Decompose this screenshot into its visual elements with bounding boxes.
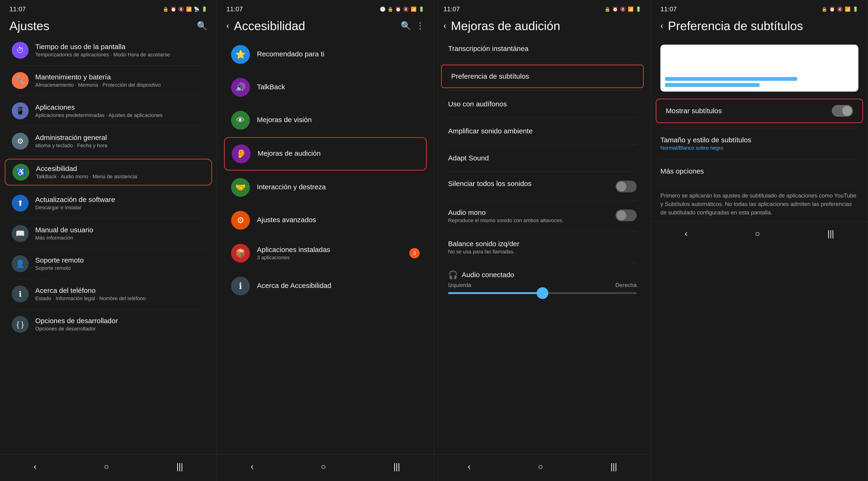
acerca-text: Acerca del teléfono Estado · Información… — [35, 287, 205, 302]
panel-accesibilidad: 11:07 🕐 🔒 ⏰ 🔇 📶 🔋 ‹ Accesibilidad 🔍 ⋮ ⭐ … — [217, 0, 434, 481]
accesibilidad-text: Accesibilidad TalkBack · Audio mono · Me… — [36, 164, 204, 180]
top-bar-1: Ajustes 🔍 — [0, 17, 217, 37]
home-button-1[interactable]: ○ — [97, 459, 116, 474]
audio-mono-toggle[interactable] — [616, 210, 637, 221]
acc-item-recomendado[interactable]: ⭐ Recomendado para ti — [224, 38, 427, 70]
acc-item-acerca-acc[interactable]: ℹ Acerca de Accesibilidad — [224, 270, 427, 302]
actualizacion-text: Actualización de software Descargar e in… — [35, 196, 205, 211]
mas-opciones-option[interactable]: Más opciones — [651, 161, 868, 182]
slider-track[interactable] — [448, 292, 637, 294]
aplicaciones-subtitle: Aplicaciones predeterminadas · Ajustes d… — [35, 112, 205, 118]
acerca-subtitle: Estado · Información legal · Nombre del … — [35, 296, 205, 302]
battery-icon-3: 🔋 — [636, 6, 641, 12]
soporte-title: Soporte remoto — [35, 256, 205, 264]
admin-text: Administración general Idioma y teclado … — [35, 133, 205, 149]
recomendado-text: Recomendado para ti — [257, 50, 324, 59]
tamano-estilo-value: Normal/Blanco sobre negro — [660, 145, 858, 151]
list-item-developer[interactable]: { } Opciones de desarrollador Opciones d… — [5, 312, 212, 337]
item-audio-mono[interactable]: Audio mono Reproduce el mismo sonido con… — [439, 203, 646, 229]
slider-right-label: Derecha — [615, 282, 637, 289]
settings-list-1: ⏱ Tiempo de uso de la pantalla Temporiza… — [0, 37, 217, 454]
talkback-text: TalkBack — [257, 83, 285, 92]
divider-4 — [14, 156, 203, 156]
amplificar-title: Amplificar sonido ambiente — [448, 127, 637, 135]
lock-icon-3: 🔒 — [604, 6, 610, 12]
vision-icon: 👁 — [231, 111, 250, 130]
interaccion-icon: 🤝 — [231, 178, 250, 197]
panel-ajustes: 11:07 🔒 ⏰ 🔇 📶 📡 🔋 Ajustes 🔍 ⏱ Tiempo de … — [0, 0, 217, 481]
divider-p4-3 — [660, 184, 858, 184]
home-button-2[interactable]: ○ — [314, 459, 333, 474]
back-button-4[interactable]: ‹ — [678, 227, 695, 241]
item-transcripcion[interactable]: Transcripción instantánea — [439, 37, 646, 60]
silenciar-toggle[interactable] — [616, 181, 637, 192]
recents-button-3[interactable]: ||| — [603, 459, 624, 474]
mantenimiento-icon: 🔧 — [12, 72, 29, 89]
balance-text: Balance sonido izq/der No se usa para la… — [448, 240, 632, 255]
recents-button-1[interactable]: ||| — [169, 459, 190, 474]
list-item-mantenimiento[interactable]: 🔧 Mantenimiento y batería Almacenamiento… — [5, 68, 212, 93]
recents-button-2[interactable]: ||| — [386, 459, 407, 474]
back-icon-3[interactable]: ‹ — [443, 21, 446, 31]
manual-subtitle: Más información — [35, 235, 205, 241]
aplicaciones-icon: 📱 — [12, 102, 29, 119]
back-button-3[interactable]: ‹ — [461, 459, 478, 474]
wifi-icon-3: 📶 — [628, 6, 633, 12]
list-item-manual[interactable]: 📖 Manual de usuario Más información — [5, 221, 212, 246]
talkback-icon: 🔊 — [231, 78, 250, 97]
list-item-acerca[interactable]: ℹ Acerca del teléfono Estado · Informaci… — [5, 281, 212, 307]
preferencia-subtitulos-title: Preferencia de subtítulos — [451, 72, 633, 80]
acc-item-ajustes-avanzados[interactable]: ⚙ Ajustes avanzados — [224, 204, 427, 236]
talkback-title: TalkBack — [257, 83, 285, 91]
mostrar-subtitulos-row[interactable]: Mostrar subtítulos — [656, 99, 863, 123]
mostrar-subtitulos-toggle[interactable] — [832, 105, 853, 117]
volume-icon-2: 🔇 — [403, 6, 409, 12]
item-uso-audifonos[interactable]: Uso con audífonos — [439, 93, 646, 115]
mas-opciones-title: Más opciones — [660, 167, 858, 175]
soporte-subtitle: Soporte remoto — [35, 265, 205, 271]
vision-text: Mejoras de visión — [257, 116, 312, 125]
wifi-icon: 📶 — [186, 6, 192, 12]
subtitle-line-2 — [665, 83, 760, 87]
silenciar-text: Silenciar todos los sonidos — [448, 180, 611, 189]
clock-icon-2: 🕐 — [380, 6, 385, 12]
tiempo-text: Tiempo de uso de la pantalla Temporizado… — [35, 43, 205, 58]
list-item-actualizacion[interactable]: ⬆ Actualización de software Descargar e … — [5, 190, 212, 216]
time-2: 11:07 — [226, 5, 243, 13]
recents-button-4[interactable]: ||| — [820, 227, 841, 241]
page-title-4: Preferencia de subtítulos — [668, 19, 803, 33]
back-icon-2[interactable]: ‹ — [226, 21, 229, 31]
manual-title: Manual de usuario — [35, 226, 205, 234]
slider-thumb[interactable] — [537, 287, 548, 299]
home-button-4[interactable]: ○ — [748, 227, 767, 241]
search-button-1[interactable]: 🔍 — [197, 21, 207, 31]
status-bar-4: 11:07 🔒 ⏰ 🔇 📶 🔋 — [651, 0, 868, 17]
status-icons-1: 🔒 ⏰ 🔇 📶 📡 🔋 — [163, 6, 207, 12]
acc-item-apps-instaladas[interactable]: 📦 Aplicaciones instaladas 3 aplicaciones… — [224, 237, 427, 269]
acerca-acc-icon: ℹ — [231, 277, 250, 296]
divider-7 — [14, 248, 203, 249]
back-icon-4[interactable]: ‹ — [660, 21, 663, 31]
home-button-3[interactable]: ○ — [531, 459, 550, 474]
slider-fill — [448, 292, 546, 294]
list-item-soporte[interactable]: 👤 Soporte remoto Soporte remoto — [5, 251, 212, 276]
back-button-1[interactable]: ‹ — [27, 459, 44, 474]
item-preferencia-subtitulos[interactable]: Preferencia de subtítulos — [441, 65, 644, 88]
list-item-tiempo[interactable]: ⏱ Tiempo de uso de la pantalla Temporiza… — [5, 37, 212, 63]
acc-item-talkback[interactable]: 🔊 TalkBack — [224, 71, 427, 103]
item-silenciar[interactable]: Silenciar todos los sonidos — [439, 174, 646, 198]
acc-item-interaccion[interactable]: 🤝 Interacción y destreza — [224, 172, 427, 203]
tamano-estilo-option[interactable]: Tamaño y estilo de subtítulos Normal/Bla… — [651, 130, 868, 157]
search-button-2[interactable]: 🔍 — [401, 21, 411, 31]
acc-item-vision[interactable]: 👁 Mejoras de visión — [224, 104, 427, 136]
more-button-2[interactable]: ⋮ — [416, 21, 424, 31]
list-item-accesibilidad[interactable]: ♿ Accesibilidad TalkBack · Audio mono · … — [5, 159, 212, 185]
alarm-icon: ⏰ — [170, 6, 176, 12]
item-adapt-sound[interactable]: Adapt Sound — [439, 147, 646, 169]
back-button-2[interactable]: ‹ — [244, 459, 261, 474]
mostrar-subtitulos-label: Mostrar subtítulos — [666, 107, 722, 115]
item-amplificar[interactable]: Amplificar sonido ambiente — [439, 120, 646, 142]
list-item-aplicaciones[interactable]: 📱 Aplicaciones Aplicaciones predetermina… — [5, 98, 212, 124]
list-item-admin[interactable]: ⚙ Administración general Idioma y teclad… — [5, 128, 212, 154]
acc-item-audicion[interactable]: 👂 Mejoras de audición — [224, 137, 427, 171]
